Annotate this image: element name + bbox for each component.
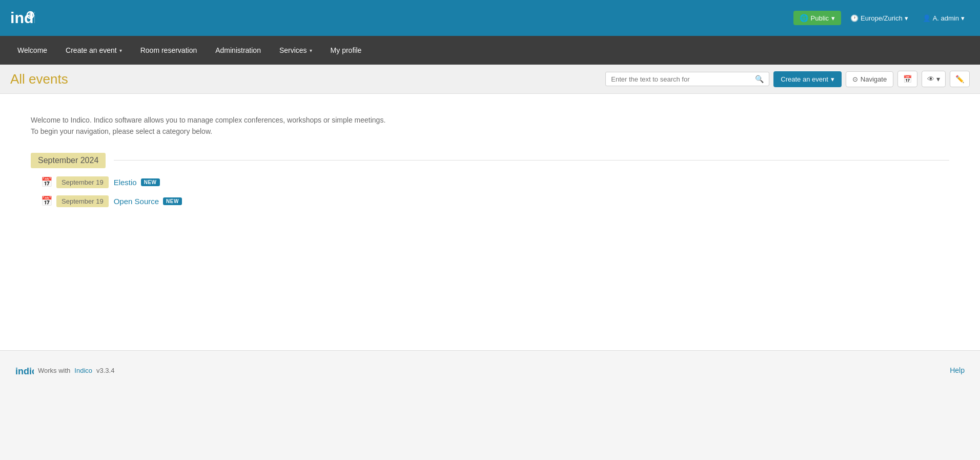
welcome-text: Welcome to Indico. Indico software allow… [31, 114, 949, 137]
footer-logo-icon: indico [15, 361, 34, 379]
nav-item-create-event[interactable]: Create an event ▾ [56, 36, 131, 65]
create-event-button[interactable]: Create an event ▾ [773, 71, 842, 87]
nav-item-administration[interactable]: Administration [206, 36, 270, 65]
public-button[interactable]: 🌐 Public ▾ [793, 11, 841, 25]
footer-indico-link[interactable]: Indico [74, 367, 92, 374]
footer-right: Help [950, 366, 965, 374]
content-header: All events 🔍 Create an event ▾ ⊙ Navigat… [0, 65, 980, 94]
navigate-label: Navigate [861, 75, 887, 83]
footer-version: v3.3.4 [96, 367, 114, 374]
create-event-dropdown-arrow: ▾ [831, 75, 834, 83]
search-icon: 🔍 [755, 75, 764, 83]
navigate-button[interactable]: ⊙ Navigate [846, 71, 893, 87]
top-bar: indico 🌐 Public ▾ 🕐 Europe/Zurich ▾ 👤 A.… [0, 0, 980, 36]
event-badge-2: NEW [163, 197, 182, 205]
footer: indico Works with Indico v3.3.4 Help [0, 350, 980, 390]
timezone-label: Europe/Zurich [861, 14, 903, 22]
user-dropdown-arrow: ▾ [961, 14, 965, 22]
footer-help-link[interactable]: Help [950, 366, 965, 374]
eye-button[interactable]: 👁 ▾ [922, 71, 946, 87]
nav-item-welcome[interactable]: Welcome [8, 36, 56, 65]
nav-item-services[interactable]: Services ▾ [270, 36, 321, 65]
top-bar-actions: 🌐 Public ▾ 🕐 Europe/Zurich ▾ 👤 A. admin … [793, 11, 970, 25]
event-title-2[interactable]: Open Source [114, 197, 159, 206]
nav-bar: Welcome Create an event ▾ Room reservati… [0, 36, 980, 65]
event-title-1[interactable]: Elestio [114, 178, 137, 187]
welcome-line1: Welcome to Indico. Indico software allow… [31, 114, 949, 126]
footer-works-with: Works with [38, 367, 70, 374]
user-button[interactable]: 👤 A. admin ▾ [917, 11, 970, 25]
event-badge-1: NEW [141, 178, 160, 186]
main-content: Welcome to Indico. Indico software allow… [0, 94, 980, 350]
calendar-icon: 📅 [903, 75, 912, 83]
user-icon: 👤 [923, 14, 931, 22]
clock-icon: 🕐 [850, 14, 859, 22]
svg-text:indico: indico [15, 366, 34, 376]
event-row: 📅 September 19 Open Source NEW [31, 195, 949, 207]
eye-dropdown-arrow: ▾ [936, 75, 940, 83]
search-input[interactable] [611, 75, 755, 83]
month-header: September 2024 [31, 153, 949, 168]
public-dropdown-arrow: ▾ [831, 14, 835, 22]
logo-icon: indico [10, 6, 35, 30]
header-actions: 🔍 Create an event ▾ ⊙ Navigate 📅 👁 ▾ ✏️ [605, 71, 970, 87]
event-date-1: September 19 [56, 176, 109, 188]
nav-item-room-reservation[interactable]: Room reservation [131, 36, 207, 65]
create-event-dropdown-arrow: ▾ [119, 48, 122, 53]
nav-item-my-profile[interactable]: My profile [321, 36, 371, 65]
welcome-line2: To begin your navigation, please select … [31, 126, 949, 137]
timezone-button[interactable]: 🕐 Europe/Zurich ▾ [845, 11, 913, 25]
event-row: 📅 September 19 Elestio NEW [31, 176, 949, 188]
footer-left: indico Works with Indico v3.3.4 [15, 361, 114, 379]
services-dropdown-arrow: ▾ [310, 48, 312, 53]
public-label: Public [811, 14, 829, 22]
user-label: A. admin [933, 14, 959, 22]
compass-icon: ⊙ [852, 75, 858, 83]
logo[interactable]: indico [10, 6, 37, 30]
eye-icon: 👁 [927, 75, 934, 83]
create-event-label: Create an event [781, 75, 828, 83]
event-cal-icon-2: 📅 [41, 195, 56, 207]
search-box[interactable]: 🔍 [605, 72, 769, 86]
month-divider [114, 160, 949, 161]
calendar-view-button[interactable]: 📅 [897, 71, 917, 87]
globe-icon: 🌐 [800, 14, 808, 22]
event-cal-icon-1: 📅 [41, 176, 56, 188]
timezone-dropdown-arrow: ▾ [905, 14, 908, 22]
pencil-icon: ✏️ [955, 75, 964, 83]
page-title: All events [10, 71, 68, 87]
edit-button[interactable]: ✏️ [950, 71, 970, 87]
month-label: September 2024 [31, 153, 106, 168]
event-date-2: September 19 [56, 195, 109, 207]
